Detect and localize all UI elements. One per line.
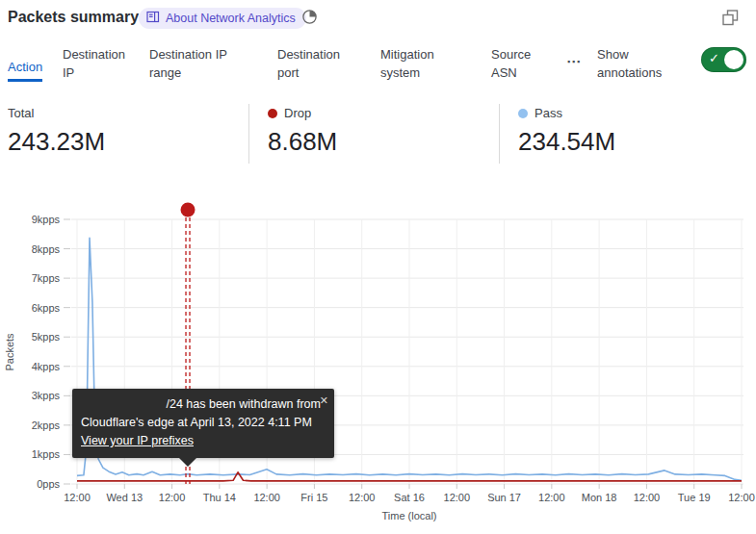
y-tick-label: 8kpps [32, 243, 61, 255]
x-tick-label: Mon 18 [582, 492, 617, 503]
x-tick-label: Sun 17 [487, 492, 521, 503]
x-tick-label: 12:00 [349, 492, 376, 503]
annotation-marker[interactable] [181, 203, 196, 217]
y-tick-label: 3kpps [32, 390, 61, 401]
x-tick-label: 12:00 [444, 492, 471, 503]
x-tick-label: 12:00 [253, 492, 280, 503]
y-tick-label: 5kpps [32, 331, 61, 343]
x-tick-label: 12:00 [538, 492, 565, 503]
x-tick-label: Wed 13 [106, 492, 143, 503]
x-tick-label: 12:00 [159, 492, 186, 503]
view-ip-prefixes-link[interactable]: View your IP prefixes [81, 432, 194, 450]
y-axis-title: Packets [4, 333, 15, 371]
y-tick-label: 6kpps [32, 302, 61, 314]
annotation-tooltip: ✕ /24 has been withdrawn from Cloudflare… [72, 389, 334, 458]
y-tick-label: 7kpps [32, 272, 61, 284]
x-tick-label: Thu 14 [203, 492, 236, 503]
x-tick-label: Sat 16 [394, 492, 425, 503]
tooltip-text-line2: Cloudflare's edge at April 13, 2022 4:11… [81, 414, 325, 432]
x-axis-title: Time (local) [381, 510, 436, 521]
x-tick-label: 12:00 [728, 492, 755, 503]
x-tick-label: Tue 19 [678, 492, 711, 503]
close-icon[interactable]: ✕ [320, 392, 328, 410]
tooltip-text-line1: /24 has been withdrawn from [81, 395, 325, 414]
x-tick-label: 12:00 [634, 492, 661, 503]
x-tick-label: Fri 15 [300, 492, 327, 503]
y-tick-label: 4kpps [32, 361, 61, 372]
x-tick-label: 12:00 [64, 492, 91, 503]
y-tick-label: 0pps [37, 478, 60, 490]
y-tick-label: 1kpps [32, 448, 61, 460]
y-tick-label: 9kpps [32, 214, 61, 225]
packets-summary-panel: Packets summary About Network Analytics … [0, 0, 756, 534]
y-tick-label: 2kpps [32, 420, 61, 431]
